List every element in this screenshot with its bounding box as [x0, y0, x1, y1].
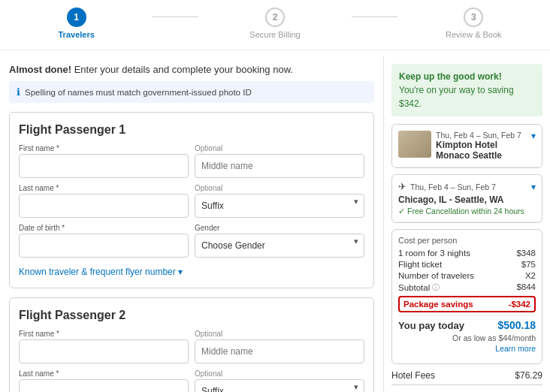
savings-banner-line2: You're on your way to saving $342. — [399, 85, 514, 109]
passenger-2-last-row: Last name * Optional Suffix — [19, 369, 364, 392]
travelers-label: Number of travelers — [398, 271, 474, 280]
flight-date: Thu, Feb 4 – Sun, Feb 7 — [410, 182, 527, 191]
cost-divider — [398, 315, 536, 316]
flight-booking-item: ✈ Thu, Feb 4 – Sun, Feb 7 ▾ Chicago, IL … — [392, 175, 542, 222]
hotel-booking-info: Thu, Feb 4 – Sun, Feb 7 Kimpton Hotel Mo… — [436, 131, 527, 161]
first-name-label-1: First name * — [19, 144, 189, 152]
step-label-3: Review & Book — [446, 30, 502, 39]
passenger-1-middle-name-field: Optional — [195, 144, 364, 178]
hotel-card-chevron[interactable]: ▾ — [531, 131, 536, 141]
savings-label: Package savings — [403, 300, 473, 309]
middle-name-input-1[interactable] — [195, 154, 364, 178]
chevron-down-icon-1: ▾ — [178, 267, 183, 277]
step-travelers: 1 Travelers — [0, 8, 153, 39]
passenger-2-last-name-field: Last name * — [19, 369, 189, 392]
almost-done-subtitle: Enter your details and complete your boo… — [74, 64, 293, 75]
flight-label: Flight ticket — [398, 260, 442, 269]
savings-banner: Keep up the good work! You're on your wa… — [391, 64, 542, 116]
passenger-1-gender-field: Gender Choose Gender Male Female — [195, 224, 364, 258]
last-name-label-2: Last name * — [19, 369, 189, 378]
passenger-1-last-row: Last name * Optional Suffix — [19, 184, 364, 218]
gender-select-1[interactable]: Choose Gender Male Female — [195, 234, 364, 258]
suffix-optional-label-2: Optional — [195, 369, 364, 378]
plane-icon: ✈ — [398, 181, 406, 192]
passenger-1-name-row: First name * Optional — [19, 144, 364, 178]
hotel-fees-row: Hotel Fees $76.29 — [391, 370, 542, 381]
last-name-input-2[interactable] — [19, 379, 189, 392]
last-name-input-1[interactable] — [19, 194, 189, 218]
passenger-2-section: Flight Passenger 2 First name * Optional… — [9, 297, 374, 392]
passenger-2-middle-name-field: Optional — [195, 330, 364, 363]
pay-today-label: You pay today — [398, 320, 464, 331]
package-savings-row: Package savings -$342 — [398, 296, 536, 312]
step-divider-1 — [153, 17, 198, 17]
info-banner: ℹ Spelling of names must match governmen… — [9, 81, 374, 103]
gender-label-1: Gender — [195, 224, 364, 232]
flight-value: $75 — [521, 260, 536, 269]
known-traveler-text-1: Known traveler & frequent flyer number — [19, 267, 176, 277]
step-divider-2 — [352, 17, 397, 17]
cost-per-person-label: Cost per person — [398, 236, 536, 245]
hotel-fees-value: $76.29 — [515, 370, 542, 381]
passenger-1-dob-field: Date of birth * — [19, 224, 189, 258]
middle-name-optional-label-1: Optional — [195, 144, 364, 152]
savings-value: -$342 — [509, 300, 530, 309]
hotel-thumb-img — [398, 131, 431, 158]
flight-route: Chicago, IL - Seattle, WA — [398, 194, 536, 205]
first-name-input-1[interactable] — [19, 154, 189, 178]
hotel-fees-label: Hotel Fees — [391, 370, 435, 381]
pay-today-row: You pay today $500.18 — [398, 319, 536, 331]
flight-cost-row: Flight ticket $75 — [398, 260, 536, 269]
passenger-1-dob-row: Date of birth * Gender Choose Gender Mal… — [19, 224, 364, 258]
step-billing: 2 Secure Billing — [198, 8, 351, 39]
first-name-label-2: First name * — [19, 330, 189, 338]
room-value: $348 — [516, 249, 536, 258]
last-name-label-1: Last name * — [19, 184, 189, 192]
passenger-2-suffix-field: Optional Suffix — [195, 369, 364, 392]
hotel-thumbnail — [398, 131, 431, 158]
passenger-1-section: Flight Passenger 1 First name * Optional… — [9, 112, 374, 288]
room-label: 1 room for 3 nights — [398, 249, 470, 258]
step-review: 3 Review & Book — [397, 8, 550, 39]
flight-header: ✈ Thu, Feb 4 – Sun, Feb 7 ▾ — [398, 181, 536, 192]
subtotal-row: Subtotal ⓘ $844 — [398, 282, 536, 293]
middle-name-optional-label-2: Optional — [195, 330, 364, 338]
check-icon: ✓ — [398, 207, 405, 216]
hotel-booking-item: Thu, Feb 4 – Sun, Feb 7 Kimpton Hotel Mo… — [392, 125, 542, 167]
step-circle-2: 2 — [265, 8, 285, 27]
middle-name-input-2[interactable] — [195, 339, 364, 363]
passenger-2-title: Flight Passenger 2 — [19, 309, 364, 322]
step-circle-3: 3 — [464, 8, 483, 27]
suffix-select-1[interactable]: Suffix — [195, 194, 364, 218]
passenger-1-title: Flight Passenger 1 — [19, 123, 364, 137]
total-cost-row: Total Cost $576.47 — [391, 384, 542, 392]
installment-text: Or as low as $44/month — [398, 333, 536, 342]
passenger-1-suffix-field: Optional Suffix — [195, 184, 364, 218]
first-name-input-2[interactable] — [19, 339, 189, 363]
travelers-value: X2 — [525, 271, 536, 280]
info-banner-text: Spelling of names must match government-… — [25, 88, 252, 97]
right-column: Keep up the good work! You're on your wa… — [383, 56, 550, 392]
pay-today-amount: $500.18 — [497, 319, 536, 331]
known-traveler-link-1[interactable]: Known traveler & frequent flyer number ▾ — [19, 267, 183, 277]
learn-more-link[interactable]: Learn more — [398, 344, 536, 353]
passenger-2-first-name-field: First name * — [19, 330, 189, 363]
dob-label-1: Date of birth * — [19, 224, 189, 232]
savings-banner-line1: Keep up the good work! — [399, 71, 502, 82]
passenger-1-last-name-field: Last name * — [19, 184, 189, 218]
step-label-2: Secure Billing — [249, 30, 300, 39]
passenger-2-name-row: First name * Optional — [19, 330, 364, 363]
flight-card-chevron[interactable]: ▾ — [531, 182, 536, 192]
dob-input-1[interactable] — [19, 234, 189, 258]
left-column: Almost done! Enter your details and comp… — [0, 56, 383, 392]
almost-done-text: Almost done! Enter your details and comp… — [9, 64, 374, 75]
step-label-1: Travelers — [59, 30, 95, 39]
suffix-select-2[interactable]: Suffix — [195, 379, 364, 392]
subtotal-label: Subtotal — [398, 283, 430, 292]
info-icon: ℹ — [17, 86, 20, 98]
travelers-row: Number of travelers X2 — [398, 271, 536, 280]
hotel-booking-name: Kimpton Hotel Monaco Seattle — [436, 140, 527, 161]
step-circle-1: 1 — [67, 8, 86, 27]
hotel-booking-card: Thu, Feb 4 – Sun, Feb 7 Kimpton Hotel Mo… — [391, 124, 542, 168]
suffix-optional-label-1: Optional — [195, 184, 364, 192]
